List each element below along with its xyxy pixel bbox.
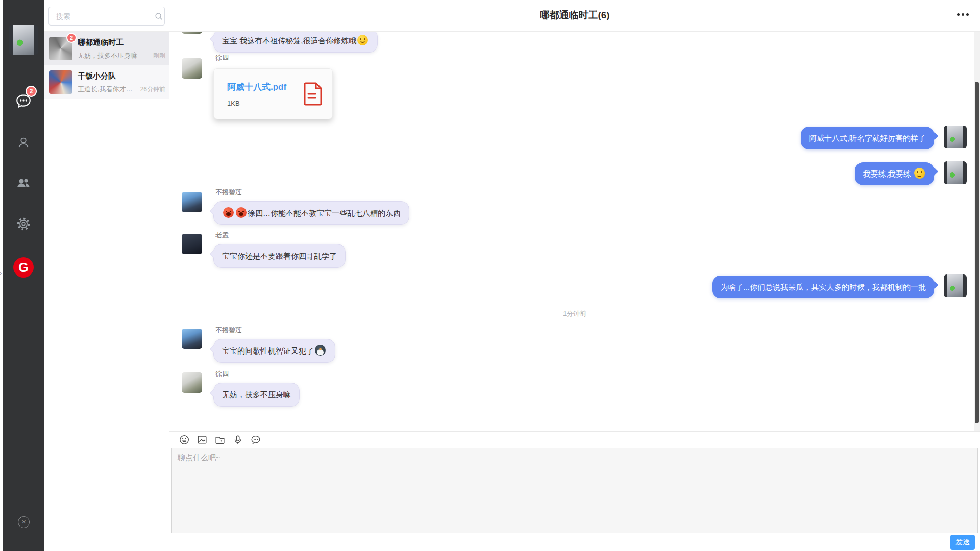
message-text: 为啥子...你们总说我呆瓜，其实大多的时候，我都机制的一批 — [720, 283, 926, 291]
message-sender: 老孟 — [215, 231, 229, 240]
nav-rail: 2 G ✕ — [3, 0, 44, 551]
current-user-avatar[interactable] — [9, 25, 38, 55]
message-sender: 徐四 — [215, 53, 229, 62]
chat-time: 26分钟前 — [140, 85, 165, 94]
sidebar-item-settings[interactable] — [3, 213, 44, 237]
sender-avatar[interactable] — [182, 329, 202, 349]
message-bubble: 我要练,我要练 — [855, 162, 934, 185]
message-input[interactable] — [172, 448, 978, 533]
search-icon[interactable] — [153, 7, 164, 25]
sidebar-item-groups[interactable] — [3, 172, 44, 196]
sender-avatar[interactable] — [944, 161, 967, 184]
sender-avatar[interactable] — [944, 274, 967, 297]
melting-face-emoji — [914, 168, 925, 179]
sender-avatar[interactable] — [944, 126, 967, 148]
composer-toolbar — [169, 431, 980, 448]
message-bubble: 徐四…你能不能不教宝宝一些乱七八糟的东西 — [213, 201, 409, 225]
sender-avatar[interactable] — [182, 192, 202, 212]
sender-avatar[interactable] — [182, 32, 202, 34]
enraged-face-emoji — [236, 207, 247, 218]
unread-count-badge: 2 — [26, 86, 37, 97]
scrollbar-thumb[interactable] — [975, 82, 979, 423]
chat-title: 哪都通临时工(6) — [169, 0, 980, 31]
messages-area: 宝宝 我这有本祖传秘笈,很适合你修炼哦 徐四 阿威十八式.pdf 1KB 阿威十… — [169, 32, 980, 431]
scrollbar-track — [974, 32, 980, 431]
chat-name: 哪都通临时工 — [78, 38, 124, 47]
contacts-icon — [16, 135, 31, 152]
message-bubble: 宝宝的间歇性机智证又犯了 — [213, 339, 335, 363]
message-text: 宝宝你还是不要跟着你四哥乱学了 — [222, 252, 337, 260]
search-box — [48, 7, 165, 26]
close-icon[interactable]: ✕ — [18, 516, 30, 528]
hugging-face-emoji — [357, 35, 368, 45]
image-icon[interactable] — [197, 434, 208, 445]
unread-count-badge: 2 — [66, 33, 77, 43]
message-text: 宝宝的间歇性机智证又犯了 — [222, 346, 314, 355]
chat-pane: 哪都通临时工(6) 宝宝 我这有本祖传秘笈,很适合你修炼哦 徐四 阿威十八式.p… — [169, 0, 980, 551]
chat-name: 干饭小分队 — [78, 71, 116, 81]
folder-icon[interactable] — [214, 434, 226, 445]
enraged-face-emoji — [223, 207, 234, 218]
time-divider: 1分钟前 — [169, 309, 980, 318]
sidebar-item-contacts[interactable] — [3, 131, 44, 156]
chat-list-item-ganfan[interactable]: 干饭小分队 王道长,我看你才… 26分钟前 — [44, 65, 169, 99]
penguin-emoji — [315, 345, 326, 356]
sender-avatar[interactable] — [182, 58, 202, 79]
groups-icon — [15, 175, 32, 193]
send-row: 发送 — [169, 533, 980, 551]
message-text: 阿威十八式,听名字就好厉害的样子 — [809, 134, 926, 142]
chat-time: 刚刚 — [153, 52, 165, 60]
message-text: 我要练,我要练 — [863, 169, 913, 178]
message-bubble: 为啥子...你们总说我呆瓜，其实大多的时候，我都机制的一批 — [712, 276, 934, 298]
pdf-file-icon — [303, 82, 323, 106]
file-info: 阿威十八式.pdf 1KB — [227, 81, 303, 107]
message-text: 宝宝 我这有本祖传秘笈,很适合你修炼哦 — [222, 36, 356, 45]
message-bubble: 无妨，技多不压身嘛 — [213, 383, 300, 407]
more-options-icon[interactable] — [957, 13, 969, 16]
chat-preview: 王道长,我看你才… — [78, 85, 140, 94]
message-bubble: 宝宝你还是不要跟着你四哥乱学了 — [213, 244, 346, 268]
search-row — [44, 0, 169, 32]
chat-list-item-nadutong[interactable]: 2 哪都通临时工 无妨，技多不压身嘛 刚刚 — [44, 32, 169, 65]
message-bubble: 宝宝 我这有本祖传秘笈,很适合你修炼哦 — [213, 32, 378, 53]
chat-history-icon[interactable] — [250, 434, 261, 445]
message-bubble: 阿威十八式,听名字就好厉害的样子 — [801, 127, 934, 149]
emoji-picker-icon[interactable] — [179, 434, 190, 445]
message-sender: 不摇碧莲 — [215, 188, 242, 197]
message-sender: 徐四 — [215, 369, 229, 379]
settings-gear-icon — [16, 216, 31, 234]
app-window: 2 G ✕ › — [0, 0, 980, 551]
sender-avatar[interactable] — [182, 234, 202, 254]
search-input[interactable] — [49, 12, 153, 20]
file-name: 阿威十八式.pdf — [227, 81, 303, 93]
sidebar-item-chats[interactable]: 2 — [3, 90, 44, 114]
collapse-chevron-icon[interactable]: › — [0, 269, 2, 277]
group-avatar — [49, 70, 72, 94]
app-logo[interactable]: G — [13, 257, 34, 278]
message-text: 无妨，技多不压身嘛 — [222, 390, 291, 399]
composer — [172, 448, 978, 533]
send-button[interactable]: 发送 — [950, 535, 975, 550]
file-attachment[interactable]: 阿威十八式.pdf 1KB — [213, 68, 333, 119]
message-sender: 不摇碧莲 — [215, 325, 242, 335]
microphone-icon[interactable] — [232, 434, 243, 445]
chat-list-panel: 2 哪都通临时工 无妨，技多不压身嘛 刚刚 干饭小分队 王道长,我看你才… 26… — [44, 0, 169, 551]
file-size: 1KB — [227, 99, 303, 107]
message-text: 徐四…你能不能不教宝宝一些乱七八糟的东西 — [248, 209, 401, 217]
chat-header: 哪都通临时工(6) — [169, 0, 980, 32]
chat-preview: 无妨，技多不压身嘛 — [78, 51, 140, 60]
sender-avatar[interactable] — [182, 372, 202, 393]
